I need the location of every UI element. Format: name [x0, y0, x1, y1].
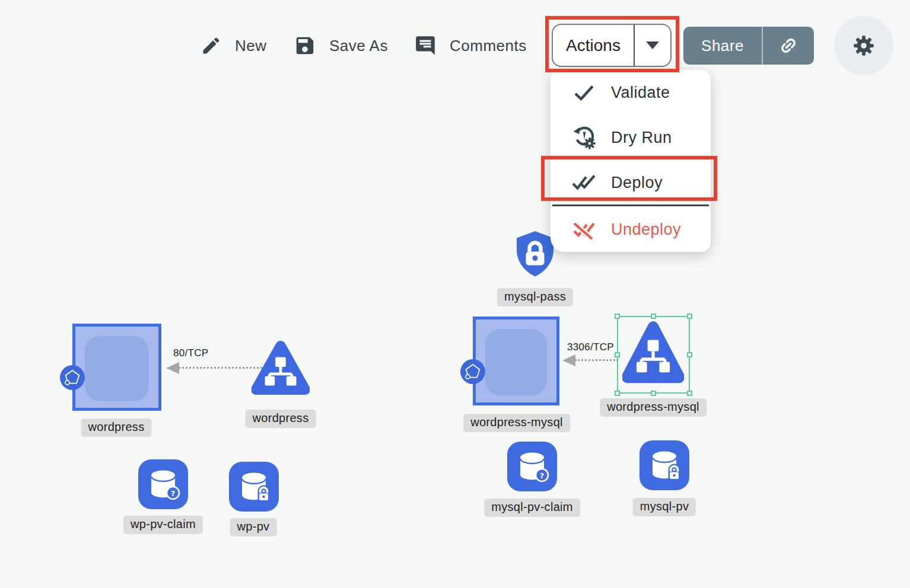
edge-wordpress-service-to-deployment — [166, 362, 263, 375]
menu-item-label: Validate — [611, 84, 670, 102]
link-icon — [778, 35, 799, 56]
new-button[interactable]: New — [201, 35, 267, 56]
node-label: wordpress-mysql — [600, 398, 707, 417]
node-label: wp-pv — [230, 518, 277, 536]
deployment-inner-pane — [485, 329, 547, 396]
menu-divider — [552, 204, 709, 206]
svg-text:?: ? — [171, 489, 176, 498]
new-label: New — [235, 37, 267, 55]
svg-text:?: ? — [540, 471, 545, 480]
node-label: wp-pv-claim — [123, 516, 203, 534]
gear-icon — [850, 32, 877, 59]
resize-handle[interactable] — [615, 352, 620, 357]
chevron-down-icon — [646, 41, 659, 49]
comments-button[interactable]: Comments — [414, 34, 527, 57]
database-question-icon: ? — [507, 442, 557, 491]
app-canvas: New Save As Comments Actions Share — [0, 0, 910, 588]
menu-item-dry-run[interactable]: Dry Run — [551, 115, 711, 160]
selection-frame — [617, 316, 690, 394]
node-wordpress-mysql-deployment[interactable] — [473, 317, 559, 405]
comments-label: Comments — [450, 37, 527, 55]
copy-link-button[interactable] — [763, 35, 814, 56]
save-icon — [294, 34, 316, 57]
menu-item-deploy[interactable]: Deploy — [551, 160, 711, 205]
pencil-icon — [201, 35, 222, 56]
node-label: wordpress-mysql — [463, 414, 570, 432]
history-gear-icon — [571, 125, 598, 150]
actions-label: Actions — [553, 36, 634, 55]
comments-icon — [414, 34, 437, 57]
resize-handle[interactable] — [687, 352, 692, 357]
actions-button[interactable]: Actions — [552, 24, 672, 67]
menu-item-label: Deploy — [611, 174, 663, 192]
dotted-connector — [575, 359, 618, 361]
node-mysql-pv-claim[interactable]: ? — [507, 442, 557, 491]
resize-handle[interactable] — [651, 391, 656, 396]
arrowhead-icon — [166, 362, 179, 374]
share-label: Share — [683, 37, 762, 55]
resize-handle[interactable] — [687, 314, 692, 319]
save-as-label: Save As — [329, 37, 388, 55]
menu-item-undeploy[interactable]: Undeploy — [551, 207, 711, 252]
node-wp-pv-claim[interactable]: ? — [138, 459, 188, 509]
double-check-icon — [571, 174, 598, 191]
actions-dropdown-toggle[interactable] — [635, 41, 670, 49]
node-label: wordpress — [246, 410, 316, 428]
settings-button[interactable] — [834, 16, 893, 75]
menu-item-label: Undeploy — [611, 220, 681, 239]
database-lock-icon — [229, 462, 279, 512]
resize-handle[interactable] — [687, 391, 692, 396]
actions-dropdown-menu: Validate — [551, 70, 711, 252]
node-label: mysql-pv — [633, 498, 696, 516]
node-mysql-pv[interactable] — [639, 440, 689, 490]
arrowhead-icon — [562, 354, 575, 366]
node-label: mysql-pv-claim — [484, 498, 580, 517]
deployment-inner-pane — [85, 336, 149, 401]
resize-handle[interactable] — [615, 391, 620, 396]
resize-handle[interactable] — [651, 314, 656, 319]
edge-port-label: 80/TCP — [173, 347, 208, 359]
pod-badge-icon — [460, 359, 486, 385]
node-wp-pv[interactable] — [229, 462, 279, 512]
check-icon — [571, 84, 598, 101]
dotted-connector — [179, 367, 262, 369]
pod-badge-icon — [59, 365, 85, 391]
node-label: wordpress — [81, 418, 152, 437]
share-button[interactable]: Share — [683, 27, 814, 65]
database-lock-icon — [639, 440, 689, 490]
database-question-icon: ? — [138, 459, 188, 509]
menu-item-label: Dry Run — [611, 129, 672, 147]
node-label: mysql-pass — [497, 288, 573, 306]
save-as-button[interactable]: Save As — [294, 34, 388, 57]
menu-item-validate[interactable]: Validate — [551, 70, 711, 115]
resize-handle[interactable] — [615, 314, 620, 319]
edge-port-label: 3306/TCP — [567, 341, 614, 353]
edge-mysql-service-to-deployment — [562, 354, 619, 368]
double-check-slash-icon — [571, 219, 598, 241]
node-wordpress-deployment[interactable] — [72, 324, 161, 411]
